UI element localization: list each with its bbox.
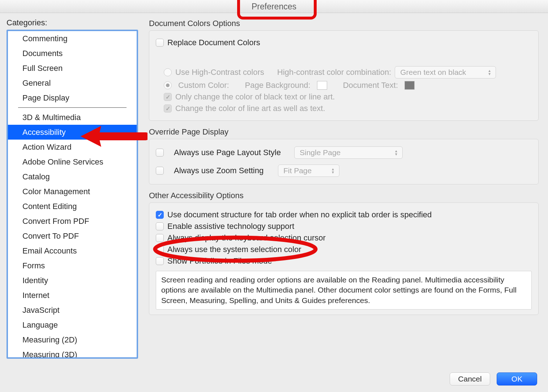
sidebar-item-identity[interactable]: Identity bbox=[8, 273, 137, 288]
dropdown-high-contrast: Green text on black ▲▼ bbox=[395, 66, 496, 78]
label-tab-order: Use document structure for tab order whe… bbox=[167, 210, 432, 220]
sidebar-item-page-display[interactable]: Page Display bbox=[8, 90, 137, 105]
sidebar-item-3d-multimedia[interactable]: 3D & Multimedia bbox=[8, 110, 137, 125]
dropdown-zoom-value: Fit Page bbox=[283, 166, 312, 175]
dialog-footer: Cancel OK bbox=[0, 367, 548, 385]
radio-use-high-contrast bbox=[164, 68, 172, 76]
sidebar-item-measuring-2d[interactable]: Measuring (2D) bbox=[8, 332, 137, 347]
ok-button[interactable]: OK bbox=[497, 372, 537, 385]
dropdown-page-layout-value: Single Page bbox=[300, 148, 341, 157]
sidebar-separator bbox=[18, 107, 127, 108]
sidebar-item-language[interactable]: Language bbox=[8, 318, 137, 332]
sidebar-item-general[interactable]: General bbox=[8, 76, 137, 90]
group-other-accessibility-label: Other Accessibility Options bbox=[149, 191, 539, 200]
checkbox-change-lineart bbox=[164, 105, 172, 112]
sidebar-item-adobe-online[interactable]: Adobe Online Services bbox=[8, 154, 137, 169]
group-document-colors-label: Document Colors Options bbox=[149, 19, 539, 28]
checkbox-replace-document-colors[interactable] bbox=[156, 39, 164, 47]
sidebar-item-documents[interactable]: Documents bbox=[8, 46, 137, 61]
panel-override-page-display: Always use Page Layout Style Single Page… bbox=[149, 139, 539, 184]
checkbox-always-page-layout[interactable] bbox=[156, 149, 164, 157]
window-titlebar: Preferences bbox=[0, 0, 548, 13]
checkbox-system-selection-color[interactable] bbox=[156, 246, 164, 253]
radio-custom-color bbox=[164, 81, 172, 89]
sidebar-item-internet[interactable]: Internet bbox=[8, 288, 137, 303]
sidebar-item-accessibility[interactable]: Accessibility bbox=[8, 125, 137, 140]
label-portfolios-files-mode: Show Portfolios in Files mode bbox=[167, 256, 272, 266]
label-use-high-contrast: Use High-Contrast colors bbox=[175, 68, 264, 77]
sidebar-item-email-accounts[interactable]: Email Accounts bbox=[8, 243, 137, 258]
checkbox-portfolios-files-mode[interactable] bbox=[156, 257, 164, 265]
swatch-page-background bbox=[317, 81, 327, 90]
label-document-text: Document Text: bbox=[343, 81, 398, 90]
panel-other-accessibility: Use document structure for tab order whe… bbox=[149, 203, 539, 315]
checkbox-only-change-black bbox=[164, 93, 172, 101]
window-title: Preferences bbox=[252, 2, 296, 11]
sidebar-item-full-screen[interactable]: Full Screen bbox=[8, 61, 137, 76]
label-change-lineart: Change the color of line art as well as … bbox=[175, 104, 325, 113]
label-hc-combo-caption: High-contrast color combination: bbox=[277, 68, 391, 77]
sidebar-item-javascript[interactable]: JavaScript bbox=[8, 303, 137, 318]
categories-label: Categories: bbox=[7, 18, 138, 27]
label-only-change-black: Only change the color of black text or l… bbox=[175, 92, 335, 102]
note-other-panels: Screen reading and reading order options… bbox=[156, 271, 532, 310]
label-system-selection-color: Always use the system selection color bbox=[167, 245, 301, 254]
cancel-button[interactable]: Cancel bbox=[450, 372, 490, 385]
label-keyboard-selection-cursor: Always display the keyboard selection cu… bbox=[167, 233, 326, 243]
dropdown-zoom: Fit Page ▲▼ bbox=[278, 165, 339, 177]
categories-list[interactable]: Commenting Documents Full Screen General… bbox=[7, 30, 138, 359]
panel-document-colors: Replace Document Colors Use High-Contras… bbox=[149, 30, 539, 121]
label-replace-document-colors: Replace Document Colors bbox=[167, 38, 260, 47]
sidebar-item-action-wizard[interactable]: Action Wizard bbox=[8, 140, 137, 154]
checkbox-always-zoom[interactable] bbox=[156, 167, 164, 175]
sidebar-item-convert-to-pdf[interactable]: Convert To PDF bbox=[8, 229, 137, 243]
dropdown-high-contrast-value: Green text on black bbox=[400, 68, 466, 77]
sidebar-item-convert-from-pdf[interactable]: Convert From PDF bbox=[8, 214, 137, 229]
checkbox-tab-order[interactable] bbox=[156, 211, 164, 219]
sidebar-item-forms[interactable]: Forms bbox=[8, 258, 137, 273]
checkbox-keyboard-selection-cursor[interactable] bbox=[156, 234, 164, 242]
dropdown-page-layout: Single Page ▲▼ bbox=[294, 146, 403, 159]
checkbox-enable-assistive[interactable] bbox=[156, 222, 164, 230]
label-custom-color: Custom Color: bbox=[178, 81, 229, 90]
group-override-page-display-label: Override Page Display bbox=[149, 127, 539, 137]
sidebar-item-color-management[interactable]: Color Management bbox=[8, 184, 137, 199]
stepper-icon: ▲▼ bbox=[330, 167, 335, 175]
label-enable-assistive: Enable assistive technology support bbox=[167, 222, 294, 231]
stepper-icon: ▲▼ bbox=[394, 149, 399, 157]
label-always-page-layout: Always use Page Layout Style bbox=[174, 148, 284, 157]
label-page-background: Page Background: bbox=[245, 81, 311, 90]
sidebar-item-catalog[interactable]: Catalog bbox=[8, 169, 137, 184]
sidebar-item-content-editing[interactable]: Content Editing bbox=[8, 199, 137, 214]
stepper-icon: ▲▼ bbox=[487, 68, 492, 76]
sidebar-item-commenting[interactable]: Commenting bbox=[8, 31, 137, 46]
swatch-document-text bbox=[404, 81, 415, 90]
label-always-zoom: Always use Zoom Setting bbox=[174, 166, 268, 175]
sidebar-item-measuring-3d[interactable]: Measuring (3D) bbox=[8, 347, 137, 359]
